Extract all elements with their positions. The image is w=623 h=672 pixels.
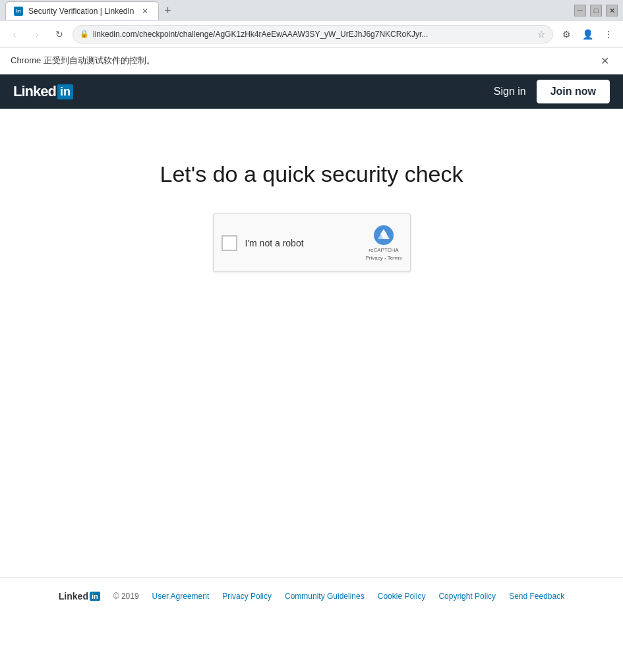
tab-title: Security Verification | LinkedIn <box>28 7 134 16</box>
recaptcha-left: I'm not a robot <box>222 235 304 251</box>
tab-close-button[interactable]: ✕ <box>140 6 150 16</box>
recaptcha-widget[interactable]: I'm not a robot reCAPTCHA Privacy - Term… <box>213 213 411 272</box>
window-controls: ─ □ ✕ <box>574 5 618 16</box>
close-window-button[interactable]: ✕ <box>606 5 618 16</box>
footer-link-copyright-policy[interactable]: Copyright Policy <box>438 592 496 601</box>
footer-link-privacy-policy[interactable]: Privacy Policy <box>222 592 272 601</box>
join-now-button[interactable]: Join now <box>537 80 610 103</box>
logo-linked-text: Linked <box>13 83 56 100</box>
notification-text: Chrome 正受到自动测试软件的控制。 <box>11 55 155 67</box>
footer-copyright: © 2019 <box>113 592 139 601</box>
logo-in-box: in <box>57 84 73 99</box>
bookmark-icon[interactable]: ☆ <box>537 29 546 40</box>
refresh-button[interactable]: ↻ <box>50 25 69 43</box>
back-button[interactable]: ‹ <box>5 25 24 43</box>
footer-logo-linked: Linked <box>59 591 88 602</box>
url-text: linkedin.com/checkpoint/challenge/AgGK1z… <box>93 30 533 39</box>
recaptcha-right: reCAPTCHA Privacy - Terms <box>366 225 402 261</box>
footer-link-community-guidelines[interactable]: Community Guidelines <box>285 592 365 601</box>
tab-favicon: in <box>14 7 23 16</box>
recaptcha-privacy-link[interactable]: Privacy <box>366 255 383 261</box>
menu-icon[interactable]: ⋮ <box>599 25 618 43</box>
maximize-button[interactable]: □ <box>590 5 602 16</box>
url-bar[interactable]: 🔒 linkedin.com/checkpoint/challenge/AgGK… <box>73 25 553 43</box>
notification-close-button[interactable]: ✕ <box>597 53 612 69</box>
toolbar-icons: ⚙ 👤 ⋮ <box>557 25 618 43</box>
footer-logo: Linked in <box>59 591 100 602</box>
forward-button[interactable]: › <box>28 25 46 43</box>
footer-logo-in: in <box>90 592 100 601</box>
linkedin-logo[interactable]: Linked in <box>13 83 73 100</box>
recaptcha-brand-text: reCAPTCHA <box>369 247 398 254</box>
footer-link-send-feedback[interactable]: Send Feedback <box>509 592 564 601</box>
title-bar: in Security Verification | LinkedIn ✕ + … <box>0 0 623 21</box>
page-footer: Linked in © 2019 User Agreement Privacy … <box>0 577 623 615</box>
notification-bar: Chrome 正受到自动测试软件的控制。 ✕ <box>0 47 623 74</box>
new-tab-button[interactable]: + <box>159 1 177 20</box>
recaptcha-terms-link[interactable]: Terms <box>388 255 402 261</box>
lock-icon: 🔒 <box>80 30 89 38</box>
recaptcha-label: I'm not a robot <box>245 238 304 248</box>
recaptcha-links: Privacy - Terms <box>366 255 402 261</box>
address-bar: ‹ › ↻ 🔒 linkedin.com/checkpoint/challeng… <box>0 21 623 47</box>
linkedin-navbar: Linked in Sign in Join now <box>0 74 623 109</box>
page-content: Linked in Sign in Join now Let's do a qu… <box>0 74 623 615</box>
footer-link-cookie-policy[interactable]: Cookie Policy <box>378 592 426 601</box>
user-profile-icon[interactable]: 👤 <box>578 25 597 43</box>
footer-link-user-agreement[interactable]: User Agreement <box>152 592 210 601</box>
browser-frame: in Security Verification | LinkedIn ✕ + … <box>0 0 623 615</box>
sign-in-button[interactable]: Sign in <box>483 80 537 103</box>
security-heading: Let's do a quick security check <box>160 161 463 187</box>
minimize-button[interactable]: ─ <box>574 5 586 16</box>
main-content: Let's do a quick security check I'm not … <box>0 109 623 577</box>
browser-tab[interactable]: in Security Verification | LinkedIn ✕ <box>5 1 159 20</box>
recaptcha-checkbox[interactable] <box>222 235 237 251</box>
extensions-icon[interactable]: ⚙ <box>557 25 576 43</box>
recaptcha-logo-icon <box>373 225 394 246</box>
